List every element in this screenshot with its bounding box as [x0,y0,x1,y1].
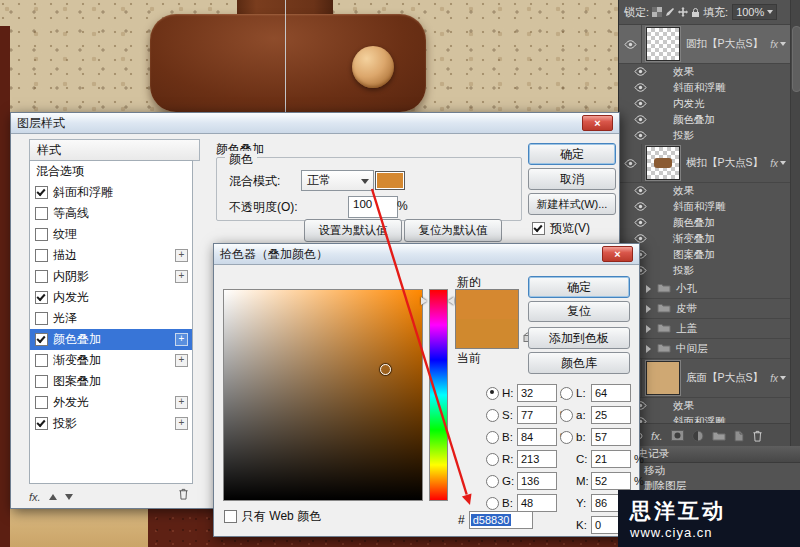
layer-effect-row[interactable]: 投影 [619,263,791,279]
delete-icon[interactable] [752,430,763,442]
color-picker-titlebar[interactable]: 拾色器（叠加颜色） [214,244,639,265]
style-checkbox[interactable] [35,312,48,325]
mask-icon[interactable] [671,430,684,441]
field-input[interactable]: 84 [517,428,557,446]
lock-transparency-icon[interactable] [652,7,662,17]
layer-effect-row[interactable]: 投影 [619,128,791,144]
layer-group-row[interactable]: 皮带 [619,299,791,319]
expand-arrow-icon[interactable] [646,345,651,353]
visibility-eye-icon[interactable] [634,185,647,197]
group-name[interactable]: 小孔 [676,282,697,296]
layer-effect-row[interactable]: 斜面和浮雕 [619,199,791,215]
field-input[interactable]: 57 [591,428,631,446]
field-radio[interactable] [560,409,573,422]
field-input[interactable]: 52 [591,472,631,490]
visibility-eye-icon[interactable] [634,98,647,110]
fill-value-dropdown[interactable]: 100% [732,4,777,20]
move-down-icon[interactable] [65,494,73,500]
layer-effect-row[interactable]: 效果 [619,183,791,199]
field-input[interactable]: 213 [517,450,557,468]
opacity-input[interactable]: 100 [348,196,398,218]
fx-icon[interactable]: fx. [651,430,663,442]
field-radio[interactable] [486,475,499,488]
field-input[interactable]: 48 [517,494,557,512]
layer-name[interactable]: 圆扣【P大点S】 [686,37,770,51]
style-item-内阴影[interactable]: 内阴影+ [30,266,192,287]
style-item-描边[interactable]: 描边+ [30,245,192,266]
layer-name[interactable]: 横扣【P大点S】 [686,156,770,170]
web-colors-checkbox[interactable] [224,510,237,523]
web-colors-only-row[interactable]: 只有 Web 颜色 [224,508,321,525]
hex-input[interactable]: d58830 [469,511,533,529]
field-radio[interactable] [560,387,573,400]
style-checkbox[interactable] [35,333,48,346]
hue-slider[interactable] [429,289,448,501]
hue-marker-right-icon[interactable] [448,297,454,305]
history-item[interactable]: 移动 [619,463,791,478]
style-checkbox[interactable] [35,207,48,220]
adjustment-icon[interactable] [692,430,704,442]
layer-fx-badge[interactable]: fx [770,158,791,169]
layer-effect-row[interactable]: 颜色叠加 [619,215,791,231]
color-libraries-button[interactable]: 颜色库 [528,352,630,374]
style-item-等高线[interactable]: 等高线 [30,203,192,224]
fx-icon[interactable]: fx. [29,491,41,503]
picker-ok-button[interactable]: 确定 [528,276,630,298]
layer-group-row[interactable]: 中间层 [619,339,791,359]
delete-style-icon[interactable] [178,488,189,500]
color-field-marker[interactable] [380,364,391,375]
add-to-swatches-button[interactable]: 添加到色板 [528,327,630,349]
group-name[interactable]: 上盖 [676,322,697,336]
blend-mode-select[interactable]: 正常 [301,170,374,191]
visibility-eye-icon[interactable] [634,201,647,213]
field-radio[interactable] [486,409,499,422]
field-radio[interactable] [486,453,499,466]
layer-effect-row[interactable]: 图案叠加 [619,247,791,263]
layer-effect-row[interactable]: 斜面和浮雕 [619,80,791,96]
field-radio[interactable] [486,431,499,444]
field-input[interactable]: 64 [591,384,631,402]
layer-row[interactable]: 圆扣【P大点S】fx [619,25,791,64]
preview-checkbox[interactable] [532,222,545,235]
style-item-混合选项[interactable]: 混合选项 [30,161,192,182]
new-style-button[interactable]: 新建样式(W)... [528,193,616,215]
style-item-光泽[interactable]: 光泽 [30,308,192,329]
field-radio[interactable] [486,387,499,400]
style-item-投影[interactable]: 投影+ [30,413,192,434]
visibility-eye-icon[interactable] [634,130,647,142]
style-checkbox[interactable] [35,249,48,262]
style-item-外发光[interactable]: 外发光+ [30,392,192,413]
style-checkbox[interactable] [35,417,48,430]
style-checkbox[interactable] [35,354,48,367]
layer-row[interactable]: 底面【P大点S】fx [619,359,791,398]
add-effect-icon[interactable]: + [175,417,188,430]
style-item-内发光[interactable]: 内发光 [30,287,192,308]
field-input[interactable]: 77 [517,406,557,424]
style-item-颜色叠加[interactable]: 颜色叠加+ [30,329,192,350]
close-icon[interactable] [582,115,613,131]
lock-all-icon[interactable] [691,7,700,18]
hue-marker-left-icon[interactable] [421,297,427,305]
layer-effect-row[interactable]: 内发光 [619,96,791,112]
ok-button[interactable]: 确定 [528,143,616,165]
visibility-eye-icon[interactable] [634,66,647,78]
layer-thumbnail[interactable] [646,27,680,61]
style-checkbox[interactable] [35,396,48,409]
cancel-button[interactable]: 取消 [528,168,616,190]
style-checkbox[interactable] [35,375,48,388]
style-checkbox[interactable] [35,228,48,241]
layer-effect-row[interactable]: 渐变叠加 [619,231,791,247]
field-input[interactable]: 136 [517,472,557,490]
history-panel-header[interactable]: 历史记录 [619,446,800,463]
group-icon[interactable] [712,430,726,441]
visibility-eye-icon[interactable] [619,144,642,182]
visibility-eye-icon[interactable] [634,217,647,229]
visibility-eye-icon[interactable] [634,82,647,94]
move-up-icon[interactable] [49,494,57,500]
style-item-斜面和浮雕[interactable]: 斜面和浮雕 [30,182,192,203]
layer-fx-badge[interactable]: fx [770,373,791,384]
current-color-swatch[interactable] [456,319,518,348]
reset-default-button[interactable]: 复位为默认值 [404,219,502,242]
field-input[interactable]: 32 [517,384,557,402]
layer-thumbnail[interactable] [646,146,680,180]
